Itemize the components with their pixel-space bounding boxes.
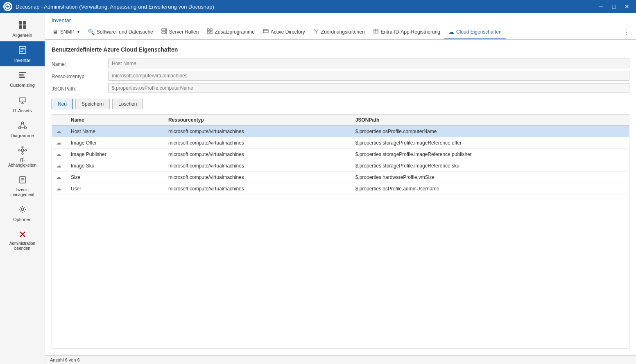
tab-zusatzprogramme[interactable]: Zusatzprogramme [203, 25, 258, 40]
sidebar-item-allgemein[interactable]: Allgemein [0, 16, 45, 41]
titlebar-title: Docusnap - Administration (Verwaltung, A… [16, 4, 592, 10]
optionen-icon [18, 205, 27, 215]
window-controls: ─ □ ✕ [595, 1, 633, 12]
row-cloud-icon: ☁ [52, 126, 67, 137]
tab-ad-label: Active Directory [271, 29, 305, 35]
sidebar-item-lizenz[interactable]: Lizenz-management [0, 171, 45, 201]
ressourcentyp-input[interactable] [108, 71, 629, 81]
svg-line-18 [20, 124, 22, 127]
name-input[interactable] [108, 59, 629, 68]
row-ressourcentyp: microsoft.compute/virtualmachines [164, 183, 351, 194]
tab-cloud-label: Cloud Eigenschaften [456, 29, 502, 35]
snmp-dropdown-icon[interactable]: ▾ [77, 29, 79, 34]
svg-point-16 [18, 127, 20, 129]
tab-entra-id[interactable]: Entra-ID-App-Registrierung [369, 25, 444, 40]
sidebar-label-customizing: Customizing [10, 83, 35, 88]
tab-server-label: Server Rollen [169, 29, 199, 35]
table-row[interactable]: ☁Image Publishermicrosoft.compute/virtua… [52, 149, 629, 160]
col-header-jsonpath: JSONPath [351, 115, 629, 126]
name-label: Name: [52, 59, 105, 68]
table-row[interactable]: ☁Image Skumicrosoft.compute/virtualmachi… [52, 160, 629, 172]
svg-rect-42 [207, 32, 209, 34]
app-logo [3, 2, 12, 11]
svg-rect-4 [23, 25, 26, 29]
sidebar-label-allgemein: Allgemein [12, 33, 32, 38]
statusbar: Anzahl 6 von 6 [45, 355, 636, 364]
sidebar-item-diagramme[interactable]: Diagramme [0, 117, 45, 142]
minimize-button[interactable]: ─ [595, 1, 607, 12]
tab-active-directory[interactable]: Active Directory [259, 25, 309, 40]
tab-zuordnungskriterien[interactable]: Zuordnungskriterien [309, 25, 369, 40]
section-title: Benutzerdefinierte Azure Cloud Eigenscha… [52, 46, 629, 53]
svg-rect-41 [210, 29, 212, 31]
tab-more-button[interactable]: ⋮ [620, 26, 633, 38]
tab-snmp-label: SNMP [60, 29, 75, 35]
tab-software-dateisuche[interactable]: 🔍 Software- und Dateisuche [84, 25, 157, 40]
sidebar-label-quit: Administrationbeenden [9, 241, 35, 251]
tab-cloud-eigenschaften[interactable]: ☁ Cloud Eigenschaften [444, 25, 506, 40]
row-name: Image Sku [67, 160, 164, 172]
main-panel: Benutzerdefinierte Azure Cloud Eigenscha… [45, 40, 636, 355]
svg-line-19 [23, 124, 25, 127]
neu-button[interactable]: Neu [52, 99, 73, 109]
row-ressourcentyp: microsoft.compute/virtualmachines [164, 149, 351, 160]
row-name: Image Publisher [67, 149, 164, 160]
svg-rect-40 [207, 29, 209, 31]
sidebar-item-quit[interactable]: ✕ Administrationbeenden [0, 226, 45, 254]
col-header-icon [52, 115, 67, 126]
app-body: Allgemein Inventar Custom [0, 13, 636, 364]
sidebar-item-it-abh[interactable]: IT-Abhängigkeiten [0, 142, 45, 171]
tab-entra-label: Entra-ID-App-Registrierung [381, 29, 440, 35]
close-button[interactable]: ✕ [621, 1, 633, 12]
breadcrumb: Inventar [45, 13, 636, 25]
sidebar-item-customizing[interactable]: Customizing [0, 66, 45, 91]
sidebar-label-it-assets: IT-Assets [13, 108, 32, 113]
svg-point-35 [21, 208, 24, 210]
row-name: Size [67, 172, 164, 183]
action-buttons: Neu Speichern Löschen [52, 99, 629, 109]
sidebar-item-it-assets[interactable]: IT-Assets [0, 92, 45, 117]
jsonpath-input[interactable] [108, 83, 629, 93]
tab-zusatz-label: Zusatzprogramme [215, 29, 254, 35]
row-name: Host Name [67, 126, 164, 137]
row-jsonpath: $.properties.storageProfile.imageReferen… [351, 137, 629, 149]
loeschen-button[interactable]: Löschen [112, 99, 143, 109]
row-ressourcentyp: microsoft.compute/virtualmachines [164, 160, 351, 172]
row-jsonpath: $.properties.hardwareProfile.vmSize [351, 172, 629, 183]
tab-server-rollen[interactable]: Server Rollen [157, 25, 203, 40]
row-ressourcentyp: microsoft.compute/virtualmachines [164, 172, 351, 183]
svg-rect-3 [19, 25, 22, 29]
row-cloud-icon: ☁ [52, 183, 67, 194]
row-name: User [67, 183, 164, 194]
maximize-button[interactable]: □ [608, 1, 620, 12]
row-ressourcentyp: microsoft.compute/virtualmachines [164, 126, 351, 137]
sidebar-label-inventar: Inventar [14, 58, 31, 63]
svg-point-38 [165, 29, 166, 30]
ad-icon [263, 28, 269, 35]
sidebar-label-lizenz: Lizenz-management [10, 188, 34, 197]
sidebar-item-optionen[interactable]: Optionen [0, 201, 45, 226]
tabbar: 🖥 SNMP ▾ 🔍 Software- und Dateisuche [45, 25, 636, 40]
speichern-button[interactable]: Speichern [75, 99, 110, 109]
table-row[interactable]: ☁Usermicrosoft.compute/virtualmachines$.… [52, 183, 629, 194]
sidebar-item-inventar[interactable]: Inventar [0, 41, 45, 66]
titlebar: Docusnap - Administration (Verwaltung, A… [0, 0, 636, 13]
table-row[interactable]: ☁Host Namemicrosoft.compute/virtualmachi… [52, 126, 629, 137]
table-row[interactable]: ☁Sizemicrosoft.compute/virtualmachines$.… [52, 172, 629, 183]
tab-zuordnung-label: Zuordnungskriterien [321, 29, 365, 35]
sidebar-label-it-abh: IT-Abhängigkeiten [8, 158, 36, 168]
search-icon: 🔍 [88, 29, 95, 35]
row-jsonpath: $.properties.osProfile.computerName [351, 126, 629, 137]
diagramme-icon [18, 121, 27, 131]
monitor-icon: 🖥 [52, 29, 58, 35]
row-jsonpath: $.properties.osProfile.adminUsername [351, 183, 629, 194]
statusbar-text: Anzahl 6 von 6 [50, 357, 80, 362]
table-row[interactable]: ☁Image Offermicrosoft.compute/virtualmac… [52, 137, 629, 149]
tab-snmp[interactable]: 🖥 SNMP ▾ [48, 25, 84, 40]
svg-rect-11 [19, 77, 25, 78]
criteria-icon [313, 28, 319, 35]
grid-icon [18, 20, 27, 31]
svg-rect-12 [19, 98, 26, 102]
ressourcentyp-label: Ressourcentyp: [52, 71, 105, 81]
svg-point-23 [25, 149, 27, 151]
